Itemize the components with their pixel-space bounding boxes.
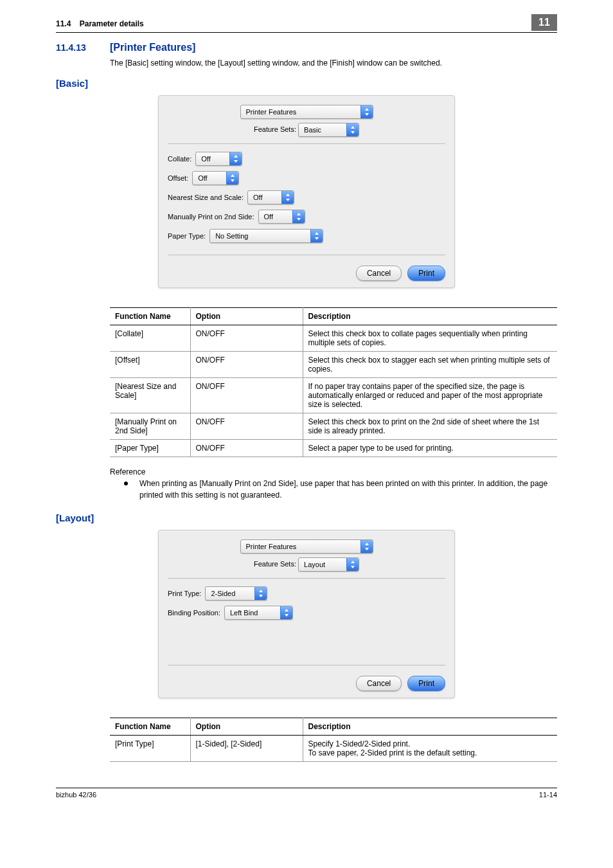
chevron-updown-icon	[360, 540, 373, 553]
cell-func: [Nearest Size and Scale]	[110, 378, 190, 413]
binding-label: Binding Position:	[168, 609, 220, 617]
basic-heading: [Basic]	[56, 78, 557, 89]
cell-func: [Paper Type]	[110, 440, 190, 457]
manual-value: Off	[259, 210, 292, 223]
main-panel-select[interactable]: Printer Features	[240, 539, 373, 554]
basic-table: Function Name Option Description [Collat…	[110, 307, 557, 457]
feature-sets-select[interactable]: Layout	[298, 557, 359, 572]
cell-desc: Select this check box to print on the 2n…	[303, 413, 557, 440]
feature-sets-value: Basic	[299, 123, 346, 136]
th-option: Option	[190, 718, 303, 736]
reference-label: Reference	[110, 467, 557, 476]
print-type-label: Print Type:	[168, 590, 201, 597]
cell-desc: Select this check box to collate pages s…	[303, 325, 557, 352]
cell-desc: Select a paper type to be used for print…	[303, 440, 557, 457]
feature-sets-label: Feature Sets:	[254, 560, 296, 568]
cell-desc: Specify 1-Sided/2-Sided print. To save p…	[303, 736, 557, 762]
cell-desc: Select this check box to stagger each se…	[303, 352, 557, 378]
paper-type-value: No Setting	[210, 230, 310, 242]
cell-opt: ON/OFF	[190, 352, 303, 378]
layout-heading: [Layout]	[56, 512, 557, 523]
collate-label: Collate:	[168, 155, 191, 163]
nearest-value: Off	[248, 191, 281, 204]
paper-type-label: Paper Type:	[168, 232, 206, 240]
cell-desc: If no paper tray contains paper of the s…	[303, 378, 557, 413]
cell-func: [Collate]	[110, 325, 190, 352]
layout-dialog: Printer Features Feature Sets: Layout Pr…	[158, 530, 455, 698]
basic-dialog: Printer Features Feature Sets: Basic Col…	[158, 95, 455, 288]
intro-text: The [Basic] setting window, the [Layout]…	[110, 57, 557, 69]
cell-opt: ON/OFF	[190, 325, 303, 352]
collate-select[interactable]: Off	[195, 152, 242, 166]
chevron-updown-icon	[226, 172, 238, 185]
binding-select[interactable]: Left Bind	[224, 606, 293, 620]
th-function: Function Name	[110, 308, 190, 325]
chevron-updown-icon	[229, 152, 242, 165]
th-option: Option	[190, 308, 303, 325]
cell-func: [Print Type]	[110, 736, 190, 762]
chevron-updown-icon	[346, 123, 359, 136]
divider	[168, 578, 445, 579]
divider	[168, 143, 445, 144]
table-row: [Print Type] [1-Sided], [2-Sided] Specif…	[110, 736, 557, 762]
footer-right: 11-14	[539, 791, 557, 799]
table-row: [Manually Print on 2nd Side] ON/OFF Sele…	[110, 413, 557, 440]
chevron-updown-icon	[360, 105, 373, 118]
cell-func: [Offset]	[110, 352, 190, 378]
chevron-updown-icon	[346, 558, 359, 571]
layout-table: Function Name Option Description [Print …	[110, 718, 557, 762]
feature-sets-label: Feature Sets:	[254, 125, 296, 133]
cell-func: [Manually Print on 2nd Side]	[110, 413, 190, 440]
chevron-updown-icon	[280, 606, 292, 619]
feature-sets-select[interactable]: Basic	[298, 123, 359, 137]
offset-select[interactable]: Off	[192, 171, 239, 185]
header-section-no: 11.4	[56, 19, 71, 28]
chevron-updown-icon	[310, 230, 323, 242]
heading-title: [Printer Features]	[110, 42, 195, 53]
table-row: [Nearest Size and Scale] ON/OFF If no pa…	[110, 378, 557, 413]
main-panel-select-label: Printer Features	[241, 105, 360, 118]
main-panel-select[interactable]: Printer Features	[240, 105, 373, 119]
print-button[interactable]: Print	[407, 266, 445, 281]
bullet-icon	[124, 482, 128, 485]
th-description: Description	[303, 308, 557, 325]
manual-label: Manually Print on 2nd Side:	[168, 213, 254, 221]
header-section-title: Parameter details	[80, 19, 144, 28]
table-row: [Collate] ON/OFF Select this check box t…	[110, 325, 557, 352]
chevron-updown-icon	[292, 210, 305, 223]
th-description: Description	[303, 718, 557, 736]
table-row: [Paper Type] ON/OFF Select a paper type …	[110, 440, 557, 457]
nearest-select[interactable]: Off	[247, 190, 294, 204]
print-button[interactable]: Print	[407, 676, 445, 691]
print-type-value: 2-Sided	[206, 587, 254, 600]
cell-opt: ON/OFF	[190, 440, 303, 457]
cell-opt: ON/OFF	[190, 378, 303, 413]
chevron-updown-icon	[281, 191, 294, 204]
footer-left: bizhub 42/36	[56, 791, 96, 799]
offset-label: Offset:	[168, 174, 188, 182]
reference-bullet: When printing as [Manually Print on 2nd …	[139, 478, 557, 501]
cell-opt: ON/OFF	[190, 413, 303, 440]
chevron-updown-icon	[254, 587, 267, 600]
main-panel-select-label: Printer Features	[241, 540, 360, 553]
header-section: 11.4 Parameter details	[56, 19, 531, 28]
cell-opt: [1-Sided], [2-Sided]	[190, 736, 303, 762]
print-type-select[interactable]: 2-Sided	[205, 586, 267, 601]
cancel-button[interactable]: Cancel	[356, 266, 402, 281]
offset-value: Off	[193, 172, 226, 185]
paper-type-select[interactable]: No Setting	[209, 229, 323, 243]
chapter-badge: 11	[531, 14, 557, 31]
binding-value: Left Bind	[225, 606, 280, 619]
feature-sets-value: Layout	[299, 558, 346, 571]
cancel-button[interactable]: Cancel	[356, 676, 402, 691]
nearest-label: Nearest Size and Scale:	[168, 194, 244, 201]
heading-number: 11.4.13	[56, 42, 101, 53]
th-function: Function Name	[110, 718, 190, 736]
collate-value: Off	[196, 152, 229, 165]
table-row: [Offset] ON/OFF Select this check box to…	[110, 352, 557, 378]
manual-select[interactable]: Off	[258, 210, 305, 224]
